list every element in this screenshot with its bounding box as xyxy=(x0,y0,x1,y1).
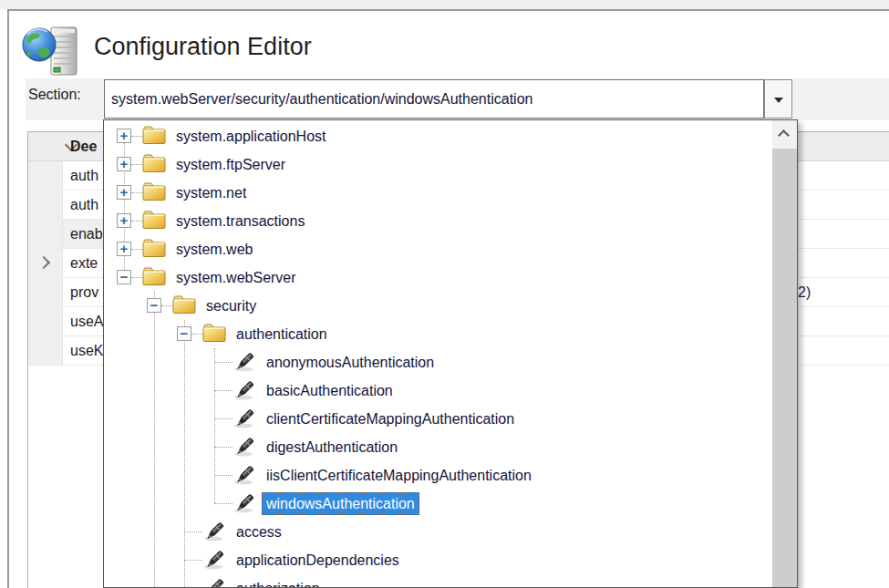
tree-item-system.applicationHost[interactable]: +system.applicationHost xyxy=(104,122,772,150)
tree-item-digestAuthentication[interactable]: digestAuthentication xyxy=(104,433,772,461)
tree-connector-stub xyxy=(214,447,233,448)
expander-sign: − xyxy=(178,327,191,340)
top-gray-strip xyxy=(0,0,889,9)
section-leaf-icon xyxy=(233,407,256,430)
tree-item-label: system.applicationHost xyxy=(176,122,326,150)
folder-icon xyxy=(142,210,166,232)
tree-item-label: access xyxy=(236,518,282,546)
grid-row-name: useK xyxy=(70,336,103,365)
expander-sign: + xyxy=(118,129,130,142)
expand-box-icon[interactable]: + xyxy=(117,213,131,228)
tree-item-clientCertificateMappingAuthentication[interactable]: clientCertificateMappingAuthentication xyxy=(104,405,772,433)
section-leaf-icon xyxy=(202,577,226,588)
tree-connector-stub xyxy=(214,503,233,504)
section-leaf-icon xyxy=(202,549,226,572)
section-combobox-input[interactable]: system.webServer/security/authentication… xyxy=(104,79,764,119)
tree-item-system.net[interactable]: +system.net xyxy=(104,179,772,207)
tree-item-access[interactable]: access xyxy=(104,518,772,546)
expander-sign: + xyxy=(118,158,130,170)
collapse-box-icon[interactable]: − xyxy=(147,298,161,313)
section-leaf-icon xyxy=(233,464,256,487)
tree-connector-stub xyxy=(214,475,233,476)
tree-connector-stub xyxy=(131,136,142,137)
scrollbar-up-button[interactable] xyxy=(772,120,797,148)
tree-item-authentication[interactable]: −authentication xyxy=(104,320,772,348)
tree-item-label: windowsAuthentication xyxy=(262,492,419,515)
tree-item-label: system.ftpServer xyxy=(176,150,285,179)
expander-sign: + xyxy=(118,186,130,199)
expand-box-icon[interactable]: + xyxy=(117,157,131,171)
scroll-up-icon xyxy=(778,129,790,141)
tree-item-label: authentication xyxy=(236,320,327,348)
tree-item-label: security xyxy=(206,292,256,320)
tree-item-applicationDependencies[interactable]: applicationDependencies xyxy=(104,546,772,574)
dropdown-arrow-icon xyxy=(774,98,783,103)
folder-icon xyxy=(202,323,226,346)
tree-item-label: applicationDependencies xyxy=(236,546,399,574)
tree-item-anonymousAuthentication[interactable]: anonymousAuthentication xyxy=(104,348,772,377)
tree-connector-stub xyxy=(161,305,172,306)
expand-box-icon[interactable]: + xyxy=(117,185,131,200)
section-label: Section: xyxy=(28,87,81,103)
tree-connector-stub xyxy=(214,362,233,363)
grid-row-name: enab xyxy=(70,220,103,248)
page-title: Configuration Editor xyxy=(94,33,312,61)
section-leaf-icon xyxy=(233,436,256,459)
tree-item-label: authorization xyxy=(236,574,320,588)
folder-icon xyxy=(142,153,166,176)
grid-row-name: auth xyxy=(70,191,98,219)
tree-connector-stub xyxy=(184,560,202,561)
configuration-editor-window: Configuration Editor Section: system.web… xyxy=(0,0,889,588)
tree-connector-stub xyxy=(184,531,202,532)
tree-connector-stub xyxy=(131,249,142,250)
tree-item-label: anonymousAuthentication xyxy=(266,348,434,377)
expander-sign: − xyxy=(148,299,160,312)
section-leaf-icon xyxy=(233,379,256,402)
collapse-box-icon[interactable]: − xyxy=(117,270,131,284)
tree-item-system.ftpServer[interactable]: +system.ftpServer xyxy=(104,150,772,179)
folder-icon xyxy=(172,294,196,317)
tree-item-authorization[interactable]: authorization xyxy=(104,574,772,588)
section-combobox-dropdown-button[interactable] xyxy=(764,79,792,119)
expander-sign: + xyxy=(118,242,130,255)
folder-icon xyxy=(142,181,166,204)
globe-server-icon xyxy=(22,25,84,81)
tree-item-label: clientCertificateMappingAuthentication xyxy=(266,405,514,433)
grid-row-value-fragment: 2) xyxy=(798,278,811,306)
tree-item-basicAuthentication[interactable]: basicAuthentication xyxy=(104,377,772,405)
tree-connector-stub xyxy=(191,334,202,335)
tree-connector-stub xyxy=(131,192,142,193)
section-leaf-icon xyxy=(202,521,226,543)
tree-item-iisClientCertificateMappingAuthentication[interactable]: iisClientCertificateMappingAuthenticatio… xyxy=(104,461,772,490)
tree-item-security[interactable]: −security xyxy=(104,292,772,320)
tree-item-system.transactions[interactable]: +system.transactions xyxy=(104,207,772,235)
folder-icon xyxy=(142,125,166,148)
expander-sign: + xyxy=(118,214,130,227)
tree-item-label: basicAuthentication xyxy=(266,377,393,405)
collapse-box-icon[interactable]: − xyxy=(177,326,191,341)
section-leaf-icon xyxy=(233,492,256,515)
tree-item-system.webServer[interactable]: −system.webServer xyxy=(104,263,772,292)
tree-connector-stub xyxy=(131,164,142,165)
scrollbar-thumb[interactable] xyxy=(772,149,797,588)
tree-item-label: digestAuthentication xyxy=(266,433,398,461)
section-leaf-icon xyxy=(233,351,256,374)
tree-item-label: system.net xyxy=(176,179,246,207)
folder-icon xyxy=(142,238,166,261)
tree-item-system.web[interactable]: +system.web xyxy=(104,235,772,263)
tree-item-label: system.transactions xyxy=(176,207,305,235)
tree-item-label: system.webServer xyxy=(176,263,296,292)
tree-item-windowsAuthentication[interactable]: windowsAuthentication xyxy=(104,490,772,518)
grid-row-name: prov xyxy=(70,278,98,306)
grid-row-name: exte xyxy=(70,249,98,277)
tree-connector-stub xyxy=(131,277,142,278)
grid-row-name: useA xyxy=(70,307,103,335)
tree-connector-stub xyxy=(214,418,233,419)
expander-sign: − xyxy=(118,271,130,284)
expand-chevron-icon[interactable] xyxy=(37,256,50,269)
dropdown-scrollbar[interactable] xyxy=(772,120,797,588)
section-dropdown-panel: +system.applicationHost+system.ftpServer… xyxy=(103,119,798,588)
expand-box-icon[interactable]: + xyxy=(117,129,131,143)
tree-connector-stub xyxy=(214,390,233,391)
expand-box-icon[interactable]: + xyxy=(117,242,131,256)
